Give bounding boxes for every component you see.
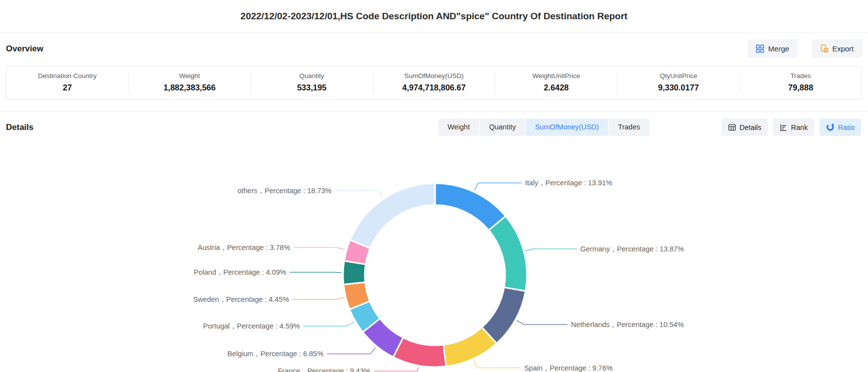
details-heading: Details <box>6 123 34 132</box>
pie-label-line-poland <box>290 272 342 273</box>
tab-details-view[interactable]: Details <box>722 119 768 136</box>
pie-segment-italy[interactable] <box>435 183 506 230</box>
donut-chart-svg: Italy，Percentage : 13.91%Germany，Percent… <box>0 143 868 372</box>
ratio-icon <box>826 123 834 131</box>
overview-heading: Overview <box>6 44 43 54</box>
view-tab-label: Details <box>739 124 761 131</box>
metric-tab-group: Weight Quantity SumOfMoney(USD) Trades <box>438 119 650 136</box>
tab-ratio-view[interactable]: Ratio <box>820 119 861 136</box>
stat-label: Weight <box>129 72 250 80</box>
report-title-bar: 2022/12/02-2023/12/01,HS Code Descriptio… <box>0 0 868 33</box>
overview-stats-bar: Destination Country 27 Weight 1,882,383,… <box>6 66 862 100</box>
export-button[interactable]: Export <box>812 40 862 58</box>
tab-quantity[interactable]: Quantity <box>479 119 525 136</box>
stat-label: QtyUnitPrice <box>617 72 739 80</box>
pie-label-line-others <box>335 191 383 198</box>
pie-label-line-spain <box>474 360 521 368</box>
tab-weight[interactable]: Weight <box>438 119 479 136</box>
stat-value: 9,330.0177 <box>617 83 739 92</box>
pie-label-belgium: Belgium，Percentage : 6.85% <box>227 350 323 358</box>
stat-label: Quantity <box>251 72 373 80</box>
pie-label-others: others，Percentage : 18.73% <box>237 187 331 195</box>
pie-label-line-belgium <box>327 347 376 354</box>
pie-label-poland: Poland，Percentage : 4.09% <box>194 268 286 276</box>
merge-button-label: Merge <box>768 44 789 53</box>
stat-value: 4,974,718,806.67 <box>373 83 495 92</box>
overview-header: Overview Merge Export <box>0 33 868 64</box>
view-tab-group: Details Rank Ratio <box>722 119 861 136</box>
pie-label-line-germany <box>525 249 577 251</box>
ratio-donut-chart: Italy，Percentage : 13.91%Germany，Percent… <box>0 143 868 372</box>
pie-label-line-austria <box>294 248 345 250</box>
stat-destination-country: Destination Country 27 <box>6 71 128 94</box>
pie-label-line-italy <box>475 183 521 190</box>
stat-quantity: Quantity 533,195 <box>251 71 373 94</box>
stat-sum-of-money: SumOfMoney(USD) 4,974,718,806.67 <box>373 71 495 94</box>
pie-label-france: France，Percentage : 9.43% <box>278 367 370 372</box>
pie-segment-germany[interactable] <box>489 216 527 291</box>
pie-label-portugal: Portugal，Percentage : 4.59% <box>203 322 300 330</box>
pie-label-sweden: Sweden，Percentage : 4.45% <box>193 295 289 303</box>
stat-value: 79,888 <box>740 83 862 92</box>
stat-value: 533,195 <box>251 83 373 92</box>
tab-trades[interactable]: Trades <box>608 119 650 136</box>
stat-value: 1,882,383,566 <box>129 83 250 92</box>
table-icon <box>728 124 736 131</box>
pie-label-austria: Austria，Percentage : 3.78% <box>198 244 290 251</box>
page-title: 2022/12/02-2023/12/01,HS Code Descriptio… <box>241 11 628 22</box>
view-tab-label: Rank <box>791 124 808 131</box>
pie-label-line-france <box>374 367 419 371</box>
merge-button[interactable]: Merge <box>747 40 798 58</box>
pie-label-line-netherlands <box>517 321 567 325</box>
pie-label-italy: Italy，Percentage : 13.91% <box>525 179 612 187</box>
stat-label: Trades <box>740 72 862 80</box>
stat-weight: Weight 1,882,383,566 <box>128 71 250 94</box>
stat-label: SumOfMoney(USD) <box>373 72 495 80</box>
pie-label-netherlands: Netherlands，Percentage : 10.54% <box>571 321 684 329</box>
export-icon <box>820 44 828 53</box>
overview-actions: Merge Export <box>747 40 862 58</box>
stat-label: Destination Country <box>6 72 128 80</box>
details-header: Details Weight Quantity SumOfMoney(USD) … <box>0 111 868 143</box>
tab-rank-view[interactable]: Rank <box>773 119 814 136</box>
merge-icon <box>756 44 764 53</box>
stat-value: 27 <box>6 83 128 92</box>
stat-value: 2.6428 <box>495 83 617 92</box>
pie-segment-others[interactable] <box>350 183 435 248</box>
tab-sum-of-money[interactable]: SumOfMoney(USD) <box>525 119 608 136</box>
stat-qty-unit-price: QtyUnitPrice 9,330.0177 <box>617 71 739 94</box>
pie-label-germany: Germany，Percentage : 13.87% <box>580 245 684 253</box>
pie-label-line-portugal <box>304 322 354 327</box>
stat-weight-unit-price: WeightUnitPrice 2.6428 <box>495 71 617 94</box>
view-tab-label: Ratio <box>838 124 855 131</box>
stat-trades: Trades 79,888 <box>739 71 862 94</box>
stat-label: WeightUnitPrice <box>495 72 617 80</box>
export-button-label: Export <box>832 44 854 53</box>
pie-label-spain: Spain，Percentage : 9.76% <box>524 364 612 372</box>
rank-icon <box>780 124 787 131</box>
pie-label-line-sweden <box>293 297 345 299</box>
